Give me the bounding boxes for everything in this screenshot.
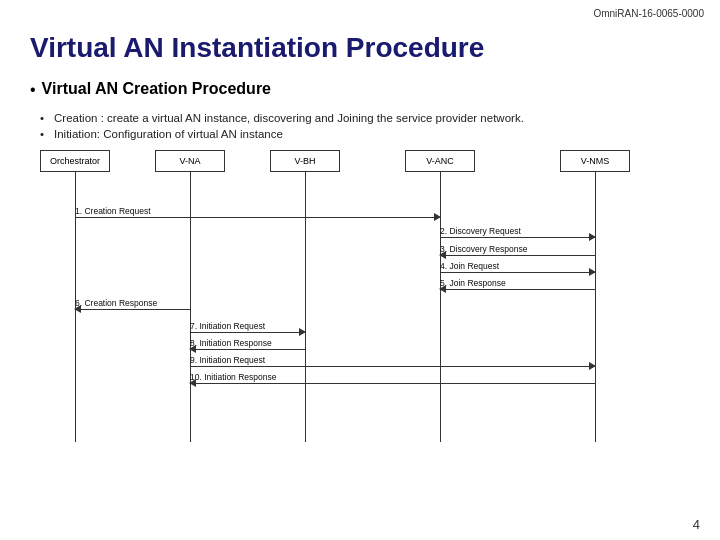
arrow-9 xyxy=(190,366,595,367)
arrow-label-9: 9. Initiation Request xyxy=(190,355,265,365)
arrow-10 xyxy=(190,383,595,384)
page-number: 4 xyxy=(693,517,700,532)
arrow-label-2: 2. Discovery Request xyxy=(440,226,521,236)
section-bullet-icon: • xyxy=(30,81,36,99)
actor-orchestrator: Orchestrator xyxy=(40,150,110,172)
arrow-label-5: 5. Join Response xyxy=(440,278,506,288)
arrow-8 xyxy=(190,349,305,350)
arrow-1 xyxy=(75,217,440,218)
actor-vanc: V-ANC xyxy=(405,150,475,172)
lifeline-vna xyxy=(190,172,191,442)
arrow-label-10: 10. Initiation Response xyxy=(190,372,276,382)
arrow-2 xyxy=(440,237,595,238)
arrow-label-6: 6. Creation Response xyxy=(75,298,157,308)
arrow-5 xyxy=(440,289,595,290)
section-title: Virtual AN Creation Procedure xyxy=(42,80,271,98)
doc-id: OmniRAN-16-0065-0000 xyxy=(593,8,704,19)
lifeline-vnms xyxy=(595,172,596,442)
sequence-diagram: OrchestratorV-NAV-BHV-ANCV-NMS1. Creatio… xyxy=(40,150,700,450)
arrow-6 xyxy=(75,309,190,310)
arrow-label-7: 7. Initiation Request xyxy=(190,321,265,331)
bullet-list: Creation : create a virtual AN instance,… xyxy=(40,112,690,140)
actor-vna: V-NA xyxy=(155,150,225,172)
arrow-label-3: 3. Discovery Response xyxy=(440,244,527,254)
bullet-item-1: Creation : create a virtual AN instance,… xyxy=(40,112,690,124)
arrow-label-1: 1. Creation Request xyxy=(75,206,151,216)
actor-vnms: V-NMS xyxy=(560,150,630,172)
bullet-item-2: Initiation: Configuration of virtual AN … xyxy=(40,128,690,140)
arrow-3 xyxy=(440,255,595,256)
arrow-label-4: 4. Join Request xyxy=(440,261,499,271)
lifeline-vbh xyxy=(305,172,306,442)
arrow-7 xyxy=(190,332,305,333)
arrow-4 xyxy=(440,272,595,273)
slide: OmniRAN-16-0065-0000 Virtual AN Instanti… xyxy=(0,0,720,540)
actor-vbh: V-BH xyxy=(270,150,340,172)
arrow-label-8: 8. Initiation Response xyxy=(190,338,272,348)
main-title: Virtual AN Instantiation Procedure xyxy=(30,32,690,68)
